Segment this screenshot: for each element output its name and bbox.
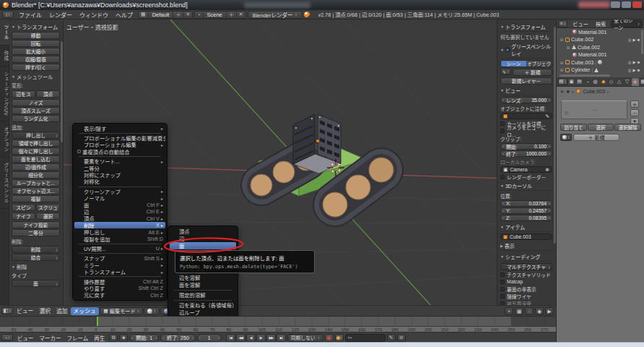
delete-submenu-item-辺[interactable]: 辺 bbox=[170, 235, 236, 242]
outliner-row-Cube.002[interactable]: ⊖Cube.002◎▶■ bbox=[557, 36, 644, 44]
shelf-button-オフセット辺ス...[interactable]: オフセット辺ス... bbox=[12, 187, 60, 194]
properties-tab-modifiers[interactable]: △ bbox=[616, 78, 623, 86]
lock-time-icon[interactable]: ◈ bbox=[119, 334, 128, 342]
frame-start-field[interactable]: 開始: 1 bbox=[129, 334, 159, 342]
delete-layout-button[interactable]: ✕ bbox=[183, 12, 192, 17]
outliner-menu-ビュー[interactable]: ビュー bbox=[569, 20, 592, 27]
delete-submenu-item-頂点[interactable]: 頂点 bbox=[170, 228, 236, 235]
shelf-button-選択[interactable]: 選択 bbox=[36, 213, 60, 220]
menu-レンダー[interactable]: レンダー bbox=[45, 11, 76, 19]
outliner-row-Cylinder[interactable]: ⊖Cylinder|◎▶■ bbox=[557, 67, 644, 74]
delete-keyframe-icon[interactable]: ⊘ bbox=[397, 334, 406, 342]
editor-type-icon[interactable]: ▤↕ bbox=[558, 78, 567, 85]
properties-tab-render-layers[interactable]: ▤ bbox=[576, 78, 583, 86]
delete-submenu-item-限定的溶解[interactable]: 限定的溶解 bbox=[170, 291, 236, 299]
panel-header-アイテム[interactable]: ▼アイテム bbox=[500, 223, 552, 232]
mesh-menu-item-スナップ[interactable]: スナップShift S▸ bbox=[74, 255, 165, 262]
delete-submenu-item-面を溶解[interactable]: 面を溶解 bbox=[170, 281, 236, 288]
properties-tab-object[interactable]: ◆ bbox=[600, 78, 607, 86]
local-camera-field[interactable]: ▣Camera⊗ bbox=[500, 166, 552, 173]
mesh-menu-item-トランスフォーム[interactable]: トランスフォーム▸ bbox=[74, 268, 165, 275]
auto-keyframe-button[interactable] bbox=[325, 334, 334, 342]
shelf-button-二等分[interactable]: 二等分 bbox=[12, 229, 60, 236]
browse-material-selector[interactable]: ↕ bbox=[560, 134, 572, 141]
keying-set-button[interactable]: ↕ bbox=[335, 334, 344, 342]
layers-icon[interactable]: ▦ bbox=[515, 307, 523, 315]
timeline-menu-フレーム[interactable]: フレーム bbox=[64, 334, 92, 342]
shelf-button-細分化[interactable]: 細分化 bbox=[12, 171, 60, 179]
remove-slot-button[interactable]: − bbox=[630, 109, 639, 116]
panel-header-3Dカーソル[interactable]: ▼3Dカーソル bbox=[500, 182, 552, 191]
shelf-tab-グリースペンシル[interactable]: グリースペンシル bbox=[0, 158, 9, 209]
delete-submenu-item-面[interactable]: 面 bbox=[170, 242, 236, 249]
slider-Z:[interactable]: Z:0.08395 bbox=[500, 215, 552, 221]
panel-header-シェーディング[interactable]: ▼シェーディング bbox=[500, 253, 552, 262]
selectable-icon[interactable]: ▶ bbox=[632, 60, 635, 64]
timeline-menu-ビュー[interactable]: ビュー bbox=[14, 334, 37, 342]
panel-header-メッシュツール[interactable]: ▼メッシュツール bbox=[12, 73, 60, 80]
properties-tab-constraints[interactable]: ◇ bbox=[608, 78, 615, 86]
brush-selector[interactable]: ✎↕ bbox=[500, 68, 511, 75]
tool-shelf-scrollbar[interactable] bbox=[61, 41, 63, 142]
shelf-dropdown-面[interactable]: 面↕ bbox=[12, 280, 60, 287]
frame-end-field[interactable]: 終了: 250 bbox=[160, 334, 196, 342]
shelf-tab-オプション[interactable]: オプション bbox=[0, 121, 9, 158]
selectable-icon[interactable]: ▶ bbox=[632, 38, 635, 42]
close-button[interactable] bbox=[632, 1, 642, 8]
editor-type-icon[interactable]: ◧↕ bbox=[1, 307, 13, 314]
add-layout-button[interactable]: ＋ bbox=[173, 11, 183, 18]
shelf-button-押す/引く[interactable]: 押す/引く bbox=[12, 64, 60, 71]
shelf-button-ループカットと...[interactable]: ループカットと... bbox=[12, 179, 60, 187]
checkbox-カメラをビューにロ...[interactable]: カメラをビューにロ... bbox=[500, 127, 552, 134]
slider-開始:[interactable]: 開始:0.100 bbox=[500, 143, 552, 150]
shelf-button-ナイフ[interactable]: ナイフ bbox=[12, 213, 35, 220]
shelf-button-ナイフ投影[interactable]: ナイフ投影 bbox=[12, 221, 60, 228]
manipulator-icon[interactable]: ⌖ bbox=[505, 307, 513, 315]
panel-header-表示[interactable]: ▶表示 bbox=[500, 242, 552, 251]
shelf-button-ランダム化[interactable]: ランダム化 bbox=[12, 115, 60, 122]
segment-シーン[interactable]: シーン bbox=[501, 61, 526, 67]
shelf-button-頂点[interactable]: 頂点 bbox=[36, 90, 60, 98]
delete-scene-button[interactable]: ✕ bbox=[236, 12, 245, 17]
mesh-menu-item-押し出し[interactable]: 押し出しAlt E▸ bbox=[74, 228, 165, 235]
shelf-button-領域で押し出し[interactable]: 領域で押し出し bbox=[12, 140, 60, 147]
mesh-menu-item-ミラー[interactable]: ミラー▸ bbox=[74, 262, 165, 268]
mesh-menu-item-二等分[interactable]: 二等分 bbox=[74, 165, 165, 171]
mesh-menu-item-プロポーショナル編集[interactable]: プロポーショナル編集▸ bbox=[74, 142, 165, 148]
shelf-button-辺/面作成[interactable]: 辺/面作成 bbox=[12, 163, 60, 171]
mesh-menu-item-対称化[interactable]: 対称化 bbox=[74, 179, 165, 185]
material-slot-list[interactable]: — bbox=[561, 100, 627, 119]
shelf-button-収縮/膨張[interactable]: 収縮/膨張 bbox=[12, 56, 60, 63]
viewport-shading-selector[interactable]: ↕ bbox=[144, 307, 160, 315]
next-keyframe-button[interactable]: ▶▶ bbox=[266, 334, 276, 342]
active-keying-set-field[interactable]: 🗝 bbox=[345, 334, 386, 342]
editor-type-icon[interactable]: i↕ bbox=[2, 11, 14, 18]
jump-to-end-button[interactable]: ▶| bbox=[277, 334, 286, 342]
dropdown-マルチテクスチャ[interactable]: マルチテクスチャ↕ bbox=[500, 263, 552, 270]
shelf-dropdown-結合[interactable]: 結合↕ bbox=[12, 254, 60, 261]
outliner-menu-検索[interactable]: 検索 bbox=[592, 20, 609, 27]
mesh-menu-item-対称にスナップ[interactable]: 対称にスナップ bbox=[74, 171, 165, 178]
checkbox-Matcap[interactable]: Matcap bbox=[500, 278, 552, 285]
current-frame-field[interactable]: 1 bbox=[197, 334, 222, 342]
shelf-dropdown-押し出し[interactable]: 押し出し↕ bbox=[12, 132, 60, 139]
timeline-track[interactable] bbox=[0, 317, 556, 326]
editor-type-icon[interactable]: ≡↕ bbox=[558, 20, 567, 27]
shelf-button-拡大縮小[interactable]: 拡大縮小 bbox=[12, 48, 60, 55]
3d-viewport[interactable]: ユーザー・透視投影 ツール作成シェーディング/UVオプショングリースペンシル ▼… bbox=[0, 20, 556, 316]
view3d-menu-メッシュ[interactable]: メッシュ bbox=[71, 307, 99, 315]
mesh-menu-item-UV展開...[interactable]: UV展開...U▸ bbox=[74, 245, 165, 252]
timeline-menu-再生[interactable]: 再生 bbox=[91, 334, 108, 342]
shelf-button-頂点スムーズ[interactable]: 頂点スムーズ bbox=[12, 107, 60, 114]
mesh-menu-item-辺[interactable]: 辺Ctrl E▸ bbox=[74, 208, 165, 215]
shelf-tab-作成[interactable]: 作成 bbox=[0, 46, 9, 67]
outliner-vertical-scrollbar[interactable] bbox=[641, 30, 643, 54]
play-button[interactable]: ▶ bbox=[256, 334, 266, 342]
timeline-menu-マーカー[interactable]: マーカー bbox=[37, 334, 64, 342]
mesh-menu-item-面[interactable]: 面Ctrl F▸ bbox=[74, 202, 165, 208]
slider-Y:[interactable]: Y:0.24557 bbox=[500, 207, 552, 214]
scene-selector[interactable]: ◔ Scene ＋ ✕ bbox=[194, 11, 245, 19]
shelf-tab-ツール[interactable]: ツール bbox=[0, 20, 9, 46]
mesh-menu-item-ノーマル[interactable]: ノーマル▸ bbox=[74, 195, 165, 202]
checkbox-裏面の非表示[interactable]: 裏面の非表示 bbox=[500, 286, 552, 292]
